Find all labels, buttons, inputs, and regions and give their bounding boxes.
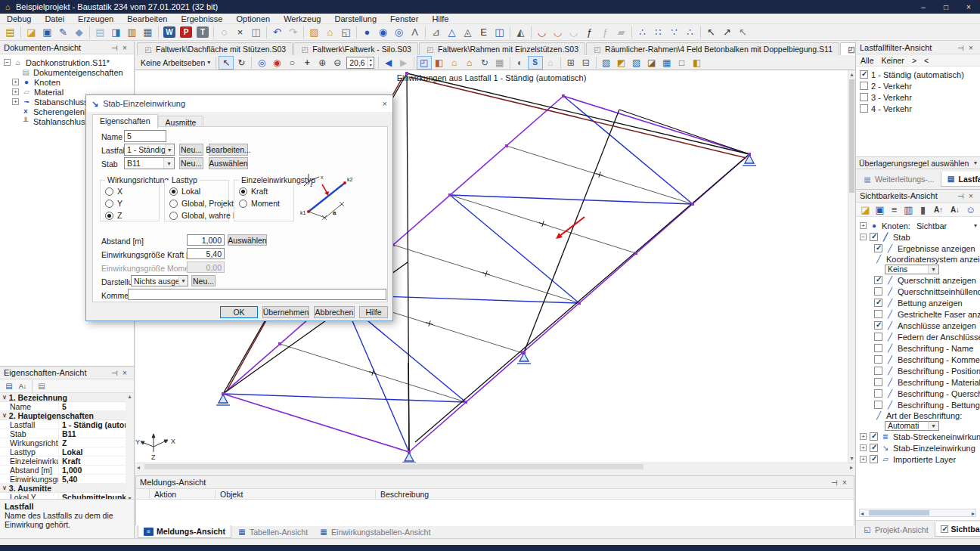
menu-ergebnisse[interactable]: Ergebnisse (174, 14, 229, 24)
overlay-rule-dropdown[interactable]: Überlagerungsregel auswählen ▾ (856, 156, 980, 169)
stab-neu-button[interactable]: Neu... (179, 157, 203, 169)
hilfe-button[interactable]: Hilfe (359, 306, 388, 318)
radio-y[interactable]: Y (105, 199, 122, 208)
elasticity-icon[interactable]: E (476, 25, 492, 39)
vis-checkbox[interactable] (870, 444, 878, 452)
expand-icon[interactable]: + (12, 98, 19, 105)
view-preset-7[interactable]: ◧ (690, 56, 705, 70)
vis-checkbox[interactable] (874, 287, 882, 296)
expand-icon[interactable]: + (860, 222, 867, 229)
vis-checkbox[interactable] (870, 432, 878, 441)
new-document-icon[interactable]: ▤ (2, 25, 18, 39)
nodegen-icon-3[interactable]: ∵ (666, 25, 682, 39)
vis-row-streckeneinwirkung[interactable]: +≣Stab-Streckeneinwirkung (856, 431, 980, 442)
menu-werkzeug[interactable]: Werkzeug (277, 14, 327, 24)
loadcase-row[interactable]: 2 - Verkehr (856, 80, 980, 91)
vis-checkbox[interactable] (874, 378, 882, 386)
renumber-tool[interactable]: ⊞ (563, 56, 578, 70)
stab-auswaehlen-button[interactable]: Auswählen (209, 157, 248, 169)
menu-fenster[interactable]: Fenster (383, 14, 425, 24)
radio-lokal[interactable]: Lokal (169, 187, 200, 196)
column-objekt[interactable]: Objekt (216, 490, 376, 499)
view-front-tool[interactable]: ◧ (432, 56, 447, 70)
maximize-button[interactable]: □ (935, 0, 957, 14)
vis-checkbox[interactable] (874, 389, 882, 398)
vis-checkbox[interactable] (874, 355, 882, 364)
categorize-icon[interactable]: ▤ (2, 379, 16, 393)
canvas-vertical-scrollbar[interactable]: ▴ ▾ (848, 70, 854, 463)
delete-icon[interactable]: × (232, 25, 248, 39)
abstand-field[interactable]: 1,000 (187, 234, 225, 246)
tab-sichtbarkeits-ansicht[interactable]: Sichtbarkeits-Ans... (935, 522, 980, 537)
text-export-icon[interactable]: T (197, 26, 209, 38)
vis-row[interactable]: ╱Ergebnisse anzeigen (856, 243, 980, 254)
tree-item-dokumenteigenschaften[interactable]: ▤ Dokumenteigenschaften (0, 67, 134, 77)
vis-checkbox[interactable] (874, 401, 882, 409)
tree-item-knoten[interactable]: + ● Knoten (0, 77, 134, 87)
vis-row[interactable]: ╱Gestrichelte Faser anzeigen (856, 308, 980, 320)
vis-row-labeltype[interactable]: ╱Art der Beschriftung: Automati▾ (856, 410, 980, 431)
pdf-export-icon[interactable]: P (180, 26, 192, 38)
loadcase-checkbox[interactable] (860, 70, 868, 79)
vis-row[interactable]: ╱Querschnitt anzeigen (856, 274, 980, 286)
stab-dropdown[interactable]: B11▾ (124, 157, 175, 169)
stab-checkbox[interactable] (870, 233, 878, 241)
close-icon[interactable]: × (119, 44, 130, 52)
property-row[interactable]: Einwirkungsgröß5,40 (0, 475, 134, 484)
property-row[interactable]: WirkungsrichtunZ (0, 438, 134, 447)
undo-icon[interactable]: ↶ (269, 25, 285, 39)
property-row[interactable]: LasttypLokal (0, 447, 134, 457)
column-icon[interactable]: ▮ (916, 203, 930, 217)
workplane-dropdown[interactable]: Keine Arbeitseben▾ (138, 58, 213, 67)
canvas-horizontal-scrollbar[interactable]: ◂ ▸ (135, 463, 854, 469)
measure-icon[interactable]: Λ (407, 25, 423, 39)
vis-row[interactable]: ╱Beschriftung - Material (856, 376, 980, 388)
darstellung-dropdown[interactable]: Nichts ausgewi▾ (131, 275, 188, 286)
property-category[interactable]: ∨1. Bezeichnung (0, 393, 134, 402)
property-row[interactable]: Abstand [m]1,000 (0, 466, 134, 475)
select-mode-icon-3[interactable]: ↖ (735, 25, 751, 39)
loadcase-row[interactable]: 4 - Verkehr (856, 103, 980, 114)
view-back-button[interactable]: ◀ (381, 56, 396, 70)
fx-icon[interactable]: ƒ (581, 25, 597, 39)
loadcase-row[interactable]: 1 - Ständig (automatisch) (856, 69, 980, 80)
zoom-prev-tool[interactable]: ◉ (269, 56, 284, 70)
lastfall-dropdown[interactable]: 1 - Ständig (▾ (124, 144, 175, 156)
view-home-tool[interactable]: ⌂ (447, 56, 462, 70)
zoom-value-spinner[interactable]: 20,6 ▴ ▾ (346, 57, 374, 69)
vis-checkbox[interactable] (874, 321, 882, 330)
tab-meldungs-ansicht[interactable]: ≡Meldungs-Ansicht (138, 525, 231, 538)
vis-checkbox[interactable] (874, 276, 882, 284)
lastfall-neu-button[interactable]: Neu... (179, 144, 203, 156)
select-mode-icon-2[interactable]: ↗ (719, 25, 735, 39)
font-decrease-icon[interactable]: A↓ (947, 203, 963, 217)
close-icon[interactable]: × (839, 478, 850, 487)
fit-view-tool[interactable]: ◰ (417, 56, 432, 70)
property-row[interactable]: StabB11 (0, 429, 134, 438)
loadcase-row[interactable]: 3 - Verkehr (856, 91, 980, 103)
save-icon[interactable]: ▣ (873, 203, 887, 217)
menu-erzeugen[interactable]: Erzeugen (71, 14, 120, 24)
coordsys-dropdown[interactable]: Keins▾ (885, 265, 939, 274)
menu-bearbeiten[interactable]: Bearbeiten (120, 14, 174, 24)
tab-lastfallfilter[interactable]: ▤Lastfallfilter-An... (941, 172, 980, 187)
kraft-field[interactable]: 5,40 (187, 248, 225, 259)
radio-moment[interactable]: Moment (239, 199, 280, 208)
property-row[interactable]: EinzeleinwirkungKraft (0, 457, 134, 466)
view-preset-1[interactable]: ▧ (599, 56, 614, 70)
tab-tabellen-ansicht[interactable]: ▦Tabellen-Ansicht (232, 525, 313, 538)
copy-icon[interactable]: ◫ (248, 25, 264, 39)
menu-darstellung[interactable]: Darstellung (327, 14, 383, 24)
darstellung-neu-button[interactable]: Neu... (191, 275, 216, 286)
abbrechen-button[interactable]: Abbrechen (314, 306, 355, 318)
view-preset-2[interactable]: ◩ (614, 56, 629, 70)
tab-einwirkungstabellen-ansicht[interactable]: ▦Einwirkungstabellen-Ansicht (314, 525, 436, 538)
zoom-free-tool[interactable]: ○ (284, 56, 299, 70)
property-grid-scrollbar[interactable]: ▴ ▾ (126, 393, 134, 502)
node-select-icon[interactable]: ◉ (375, 25, 391, 39)
print-icon[interactable]: ▦ (140, 25, 156, 39)
close-button[interactable]: × (957, 0, 980, 14)
grid-tool[interactable]: ▦ (492, 56, 507, 70)
nodegen-icon-1[interactable]: ∴ (634, 25, 650, 39)
tab-eigenschaften[interactable]: Eigenschaften (92, 114, 158, 128)
